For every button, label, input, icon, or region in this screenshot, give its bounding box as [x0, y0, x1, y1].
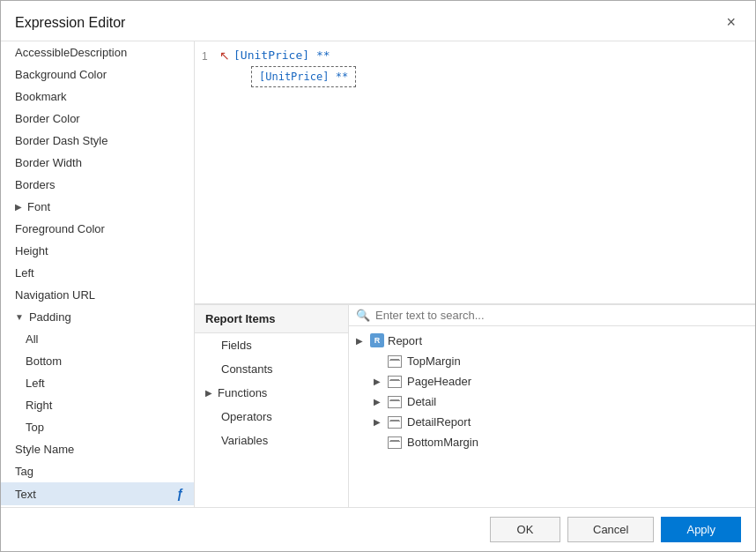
tree-item-top-margin[interactable]: TopMargin [349, 351, 755, 371]
report-item-operators[interactable]: Operators [195, 405, 348, 429]
cancel-button[interactable]: Cancel [567, 517, 654, 542]
prop-item-border-dash-style[interactable]: Border Dash Style [1, 130, 194, 152]
prop-item-padding-left[interactable]: Left [1, 372, 194, 394]
tree-icon-detail-report [388, 416, 402, 429]
line-number: 1 [202, 50, 216, 63]
expression-text: [UnitPrice] ** [233, 48, 330, 62]
prop-label-style-name: Style Name [15, 443, 74, 456]
prop-item-bookmark[interactable]: Bookmark [1, 86, 194, 108]
report-items-header: Report Items [195, 305, 348, 333]
tree-label-report: Report [388, 334, 422, 347]
data-tree: ▶RReportTopMargin▶PageHeader▶Detail▶Deta… [349, 326, 755, 507]
prop-item-padding[interactable]: ▼Padding [1, 306, 194, 328]
tree-label-bottom-margin: BottomMargin [407, 436, 478, 449]
tree-arrow-detail-report: ▶ [374, 417, 384, 427]
tree-label-page-header: PageHeader [407, 375, 471, 388]
ok-button[interactable]: OK [490, 517, 560, 542]
dialog-body: AccessibleDescriptionBackground ColorBoo… [1, 41, 755, 507]
prop-label-padding-bottom: Bottom [26, 354, 62, 368]
properties-panel: AccessibleDescriptionBackground ColorBoo… [1, 41, 195, 507]
dialog-title-bar: Expression Editor × [1, 1, 755, 41]
tree-icon-page-header [388, 376, 402, 388]
prop-label-borders: Borders [15, 178, 56, 191]
prop-label-padding-all: All [26, 332, 38, 346]
editor-area[interactable]: 1 ↖ [UnitPrice] ** [UnitPrice] ** [195, 41, 755, 304]
prop-item-padding-right[interactable]: Right [1, 394, 194, 416]
tree-label-top-margin: TopMargin [407, 354, 461, 368]
expand-arrow-padding: ▼ [15, 312, 24, 322]
search-icon: 🔍 [356, 309, 370, 322]
prop-item-border-color[interactable]: Border Color [1, 108, 194, 130]
tree-arrow-report: ▶ [356, 336, 367, 346]
prop-item-borders[interactable]: Borders [1, 174, 194, 196]
editor-line: 1 ↖ [UnitPrice] ** [202, 48, 748, 63]
prop-label-padding: Padding [29, 310, 71, 324]
report-item-label-variables: Variables [221, 434, 268, 447]
expression-tooltip: [UnitPrice] ** [251, 66, 356, 87]
cursor-icon: ↖ [219, 48, 230, 63]
prop-label-foreground-color: Foreground Color [15, 222, 105, 235]
prop-item-style-name[interactable]: Style Name [1, 438, 194, 460]
tree-item-detail[interactable]: ▶Detail [349, 392, 755, 412]
tree-item-page-header[interactable]: ▶PageHeader [349, 371, 755, 392]
prop-label-tag: Tag [15, 465, 33, 478]
tree-arrow-detail: ▶ [374, 397, 384, 407]
report-items-panel: Report Items FieldsConstants▶FunctionsOp… [195, 305, 349, 507]
prop-label-height: Height [15, 244, 48, 257]
prop-item-accessible-description[interactable]: AccessibleDescription [1, 41, 194, 63]
prop-item-text[interactable]: Textƒ [1, 482, 194, 505]
bottom-panels: Report Items FieldsConstants▶FunctionsOp… [195, 304, 755, 507]
prop-item-foreground-color[interactable]: Foreground Color [1, 218, 194, 240]
prop-label-accessible-description: AccessibleDescription [15, 46, 127, 59]
prop-item-padding-all[interactable]: All [1, 328, 194, 350]
tree-icon-detail [388, 396, 402, 408]
content-area: 1 ↖ [UnitPrice] ** [UnitPrice] ** Report… [195, 41, 755, 507]
prop-item-height[interactable]: Height [1, 240, 194, 262]
expand-arrow-font: ▶ [15, 202, 22, 212]
report-item-label-functions: Functions [218, 386, 267, 399]
tree-icon-top-margin [388, 355, 402, 368]
prop-label-border-color: Border Color [15, 112, 80, 125]
report-item-variables[interactable]: Variables [195, 429, 348, 452]
prop-label-background-color: Background Color [15, 68, 107, 81]
prop-item-border-width[interactable]: Border Width [1, 152, 194, 174]
prop-label-navigation-url: Navigation URL [15, 288, 95, 302]
tree-item-bottom-margin[interactable]: BottomMargin [349, 432, 755, 452]
prop-label-border-width: Border Width [15, 156, 82, 169]
tree-label-detail: Detail [407, 395, 436, 408]
tree-item-report[interactable]: ▶RReport [349, 330, 755, 351]
prop-label-left: Left [15, 266, 34, 280]
report-item-fields[interactable]: Fields [195, 333, 348, 357]
report-item-constants[interactable]: Constants [195, 357, 348, 381]
prop-label-border-dash-style: Border Dash Style [15, 134, 108, 147]
prop-label-text: Text [15, 488, 36, 501]
data-panel: 🔍 ▶RReportTopMargin▶PageHeader▶Detail▶De… [349, 305, 755, 507]
report-item-functions[interactable]: ▶Functions [195, 381, 348, 405]
prop-label-padding-left: Left [26, 377, 45, 390]
dialog-footer: OK Cancel Apply [1, 507, 755, 551]
prop-item-padding-top[interactable]: Top [1, 416, 194, 438]
report-items-list: FieldsConstants▶FunctionsOperatorsVariab… [195, 333, 348, 507]
editor-inner: 1 ↖ [UnitPrice] ** [UnitPrice] ** [195, 41, 755, 303]
tree-item-detail-report[interactable]: ▶DetailReport [349, 412, 755, 432]
prop-label-padding-right: Right [26, 399, 52, 412]
prop-item-background-color[interactable]: Background Color [1, 63, 194, 86]
tree-arrow-page-header: ▶ [374, 377, 384, 386]
prop-item-navigation-url[interactable]: Navigation URL [1, 284, 194, 306]
report-item-label-operators: Operators [221, 410, 272, 423]
prop-item-left[interactable]: Left [1, 262, 194, 284]
prop-item-tag[interactable]: Tag [1, 460, 194, 482]
search-bar: 🔍 [349, 305, 755, 326]
prop-item-font[interactable]: ▶Font [1, 196, 194, 218]
report-item-label-constants: Constants [221, 362, 273, 376]
apply-button[interactable]: Apply [661, 517, 741, 542]
tree-label-detail-report: DetailReport [407, 415, 471, 429]
arrow-functions: ▶ [205, 388, 212, 398]
search-input[interactable] [375, 309, 748, 322]
prop-item-padding-bottom[interactable]: Bottom [1, 350, 194, 372]
tree-icon-bottom-margin [388, 436, 402, 449]
prop-label-bookmark: Bookmark [15, 90, 67, 103]
tree-icon-report: R [370, 333, 384, 347]
dialog-title: Expression Editor [15, 15, 125, 31]
close-button[interactable]: × [721, 11, 741, 34]
